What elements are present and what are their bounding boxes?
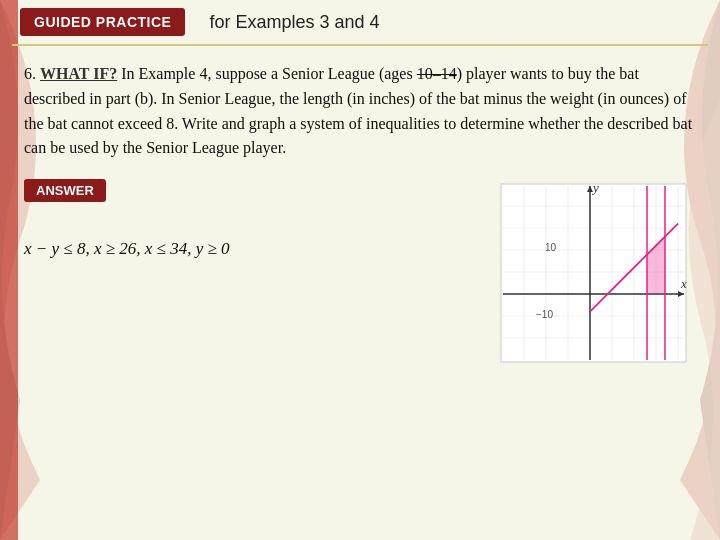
y-tick-neg10: −10 bbox=[536, 309, 553, 320]
what-if-label: WHAT IF? bbox=[40, 65, 117, 82]
problem-body-1: In Example 4, suppose a Senior League (a… bbox=[117, 65, 416, 82]
answer-badge: ANSWER bbox=[24, 179, 106, 202]
page-container: GUIDED PRACTICE for Examples 3 and 4 6. … bbox=[0, 0, 720, 540]
x-axis-label: x bbox=[680, 276, 687, 291]
problem-text: 6. WHAT IF? In Example 4, suppose a Seni… bbox=[24, 62, 696, 161]
age-range: 10–14 bbox=[417, 65, 457, 82]
coordinate-graph: x y 10 −10 bbox=[496, 179, 696, 369]
y-axis-label: y bbox=[591, 180, 599, 195]
math-expression: x − y ≤ 8, x ≥ 26, x ≤ 34, y ≥ 0 bbox=[24, 232, 476, 266]
answer-section: ANSWER x − y ≤ 8, x ≥ 26, x ≤ 34, y ≥ 0 bbox=[24, 179, 696, 369]
main-content: 6. WHAT IF? In Example 4, suppose a Seni… bbox=[0, 46, 720, 381]
y-tick-10: 10 bbox=[545, 242, 557, 253]
header-title: for Examples 3 and 4 bbox=[209, 12, 379, 33]
answer-left: ANSWER x − y ≤ 8, x ≥ 26, x ≤ 34, y ≥ 0 bbox=[24, 179, 476, 266]
problem-number: 6. bbox=[24, 65, 36, 82]
header: GUIDED PRACTICE for Examples 3 and 4 bbox=[0, 0, 720, 44]
graph-container: x y 10 −10 bbox=[496, 179, 696, 369]
guided-practice-badge: GUIDED PRACTICE bbox=[20, 8, 185, 36]
